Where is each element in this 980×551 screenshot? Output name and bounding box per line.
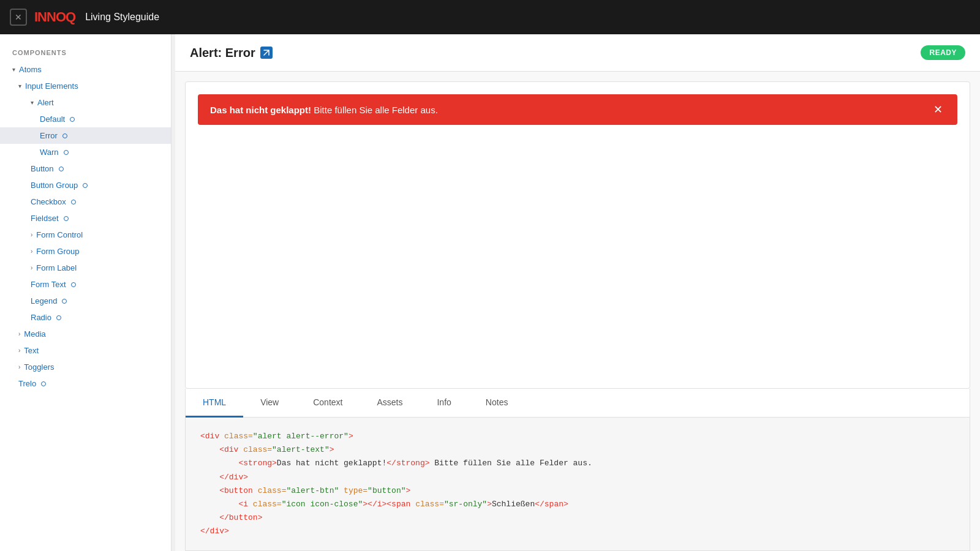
chevron-right-icon: › bbox=[31, 264, 32, 271]
sidebar-section-header: COMPONENTS bbox=[0, 44, 171, 61]
titlebar: ✕ INNOQ Living Styleguide bbox=[0, 0, 980, 34]
sidebar-item-error[interactable]: Error bbox=[0, 127, 171, 144]
sidebar-item-trelo[interactable]: Trelo bbox=[0, 375, 171, 392]
code-line: <div class="alert alert--error"> bbox=[200, 430, 955, 443]
sidebar-item-form-label[interactable]: › Form Label bbox=[0, 260, 171, 276]
close-icon: ✕ bbox=[15, 12, 22, 22]
tab-view[interactable]: View bbox=[243, 389, 296, 418]
status-dot bbox=[83, 183, 88, 188]
sidebar-item-label: Form Text bbox=[31, 280, 66, 289]
sidebar-item-media[interactable]: › Media bbox=[0, 326, 171, 342]
sidebar-item-label: Text bbox=[24, 346, 39, 355]
sidebar-item-default[interactable]: Default bbox=[0, 111, 171, 127]
chevron-down-icon: ▾ bbox=[18, 83, 21, 89]
sidebar-item-label: Form Label bbox=[36, 263, 77, 272]
tab-info[interactable]: Info bbox=[420, 389, 468, 418]
chevron-down-icon: ▾ bbox=[31, 99, 34, 106]
status-dot bbox=[56, 315, 61, 320]
chevron-right-icon: › bbox=[31, 248, 32, 255]
sidebar-item-label: Media bbox=[24, 329, 45, 339]
sidebar-item-input-elements[interactable]: ▾ Input Elements bbox=[0, 78, 171, 94]
sidebar-item-label: Button Group bbox=[31, 181, 78, 190]
chevron-right-icon: › bbox=[31, 231, 32, 238]
status-dot bbox=[64, 150, 69, 155]
status-dot bbox=[64, 216, 69, 221]
code-block: <div class="alert alert--error"> <div cl… bbox=[186, 418, 970, 550]
status-dot bbox=[62, 299, 67, 304]
sidebar-item-text[interactable]: › Text bbox=[0, 342, 171, 359]
sidebar-item-label: Button bbox=[31, 164, 54, 173]
sidebar-item-label: Trelo bbox=[18, 379, 36, 388]
sidebar-item-form-group[interactable]: › Form Group bbox=[0, 243, 171, 260]
tabs-bar: HTML View Context Assets Info Notes bbox=[186, 389, 970, 418]
sidebar-item-button[interactable]: Button bbox=[0, 160, 171, 177]
alert-message-strong: Das hat nicht geklappt! bbox=[210, 105, 311, 115]
sidebar-item-fieldset[interactable]: Fieldset bbox=[0, 210, 171, 227]
sidebar-item-legend[interactable]: Legend bbox=[0, 293, 171, 309]
code-line: <button class="alert-btn" type="button"> bbox=[200, 484, 955, 498]
ready-badge: READY bbox=[921, 45, 965, 60]
sidebar-item-label: Warn bbox=[40, 148, 59, 157]
preview-area: Das hat nicht geklappt! Bitte füllen Sie… bbox=[185, 81, 970, 389]
sidebar-item-label: Checkbox bbox=[31, 197, 66, 206]
sidebar-item-label: Input Elements bbox=[25, 81, 78, 91]
tab-assets[interactable]: Assets bbox=[360, 389, 420, 418]
sidebar-item-label: Radio bbox=[31, 313, 51, 322]
status-dot bbox=[59, 167, 64, 171]
code-line: <strong>Das hat nicht geklappt!</strong>… bbox=[200, 457, 955, 470]
app-title: Living Styleguide bbox=[85, 12, 159, 23]
sidebar-item-radio[interactable]: Radio bbox=[0, 309, 171, 326]
tab-html[interactable]: HTML bbox=[186, 389, 243, 418]
alert-error-component: Das hat nicht geklappt! Bitte füllen Sie… bbox=[198, 94, 957, 125]
tab-context[interactable]: Context bbox=[296, 389, 360, 418]
logo-accent: Q bbox=[66, 9, 75, 24]
tab-notes[interactable]: Notes bbox=[469, 389, 526, 418]
sidebar-item-form-control[interactable]: › Form Control bbox=[0, 227, 171, 243]
chevron-right-icon: › bbox=[18, 364, 20, 370]
chevron-right-icon: › bbox=[18, 331, 20, 337]
page-title: Alert: Error bbox=[190, 46, 273, 60]
code-line: </div> bbox=[200, 525, 955, 538]
code-line: </button> bbox=[200, 511, 955, 525]
code-line: </div> bbox=[200, 471, 955, 484]
alert-close-button[interactable]: ✕ bbox=[931, 104, 945, 115]
chevron-down-icon: ▾ bbox=[12, 66, 15, 73]
logo: INNOQ bbox=[34, 9, 75, 25]
sidebar-item-atoms[interactable]: ▾ Atoms bbox=[0, 61, 171, 78]
alert-message: Das hat nicht geklappt! Bitte füllen Sie… bbox=[210, 105, 438, 115]
sidebar-item-warn[interactable]: Warn bbox=[0, 144, 171, 160]
external-link-icon[interactable] bbox=[260, 47, 273, 59]
sidebar-item-label: Atoms bbox=[19, 65, 42, 74]
status-dot bbox=[41, 381, 46, 386]
main-layout: COMPONENTS ▾ Atoms ▾ Input Elements ▾ Al… bbox=[0, 34, 980, 551]
sidebar: COMPONENTS ▾ Atoms ▾ Input Elements ▾ Al… bbox=[0, 34, 172, 551]
chevron-right-icon: › bbox=[18, 347, 20, 354]
title-text: Alert: Error bbox=[190, 46, 255, 60]
window-close-button[interactable]: ✕ bbox=[10, 9, 27, 26]
sidebar-item-label: Form Control bbox=[36, 230, 83, 239]
sidebar-item-checkbox[interactable]: Checkbox bbox=[0, 193, 171, 210]
sidebar-item-label: Form Group bbox=[36, 247, 79, 256]
sidebar-item-button-group[interactable]: Button Group bbox=[0, 177, 171, 193]
sidebar-item-form-text[interactable]: Form Text bbox=[0, 276, 171, 293]
sidebar-item-label: Fieldset bbox=[31, 214, 59, 223]
status-dot bbox=[71, 282, 76, 287]
code-line: <i class="icon icon-close"></i><span cla… bbox=[200, 498, 955, 511]
sidebar-item-label: Legend bbox=[31, 296, 57, 305]
content-header: Alert: Error READY bbox=[175, 34, 980, 72]
tabs-area: HTML View Context Assets Info Notes bbox=[185, 389, 970, 551]
content-area: Alert: Error READY Das hat nicht geklapp… bbox=[175, 34, 980, 551]
sidebar-item-label: Default bbox=[40, 114, 65, 124]
alert-message-rest: Bitte füllen Sie alle Felder aus. bbox=[314, 105, 438, 115]
sidebar-item-label: Error bbox=[40, 131, 58, 140]
sidebar-item-label: Alert bbox=[37, 98, 54, 107]
status-dot bbox=[62, 133, 67, 138]
status-dot bbox=[71, 200, 76, 204]
logo-text: INNO bbox=[34, 9, 66, 24]
sidebar-item-label: Togglers bbox=[24, 362, 54, 372]
code-line: <div class="alert-text"> bbox=[200, 443, 955, 457]
sidebar-item-togglers[interactable]: › Togglers bbox=[0, 359, 171, 375]
sidebar-item-alert[interactable]: ▾ Alert bbox=[0, 94, 171, 111]
status-dot bbox=[70, 117, 75, 122]
